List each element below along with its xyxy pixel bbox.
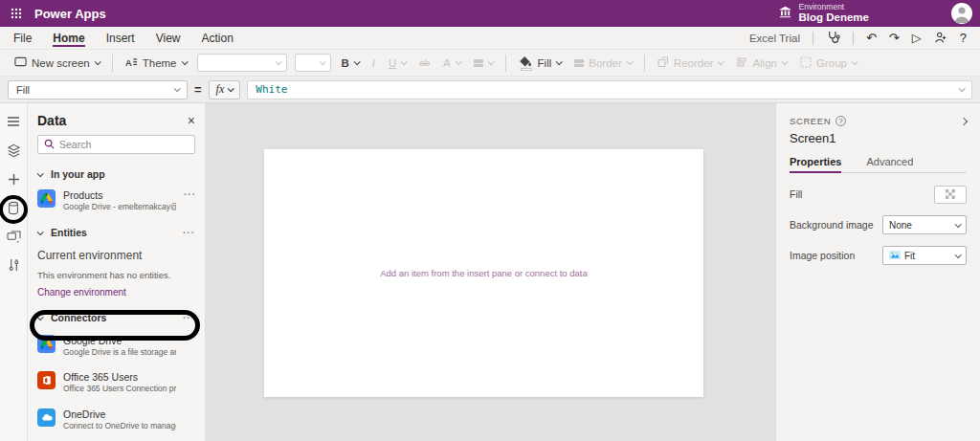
transparency-icon <box>946 189 955 199</box>
google-drive-icon <box>37 335 56 353</box>
search-input[interactable] <box>59 139 189 150</box>
reorder-button[interactable]: Reorder <box>651 50 730 76</box>
properties-panel: SCREEN ? Screen1 Properties Advanced Fil… <box>775 103 980 441</box>
left-rail <box>0 103 28 441</box>
screen-artboard[interactable]: Add an item from the insert pane or conn… <box>264 149 703 397</box>
more-icon[interactable]: ··· <box>183 313 195 323</box>
environment-label: Environment <box>799 3 870 11</box>
environment-icon <box>778 4 792 22</box>
selected-control-type: SCREEN <box>790 116 831 126</box>
expand-formula-icon[interactable] <box>959 85 966 92</box>
change-environment-link[interactable]: Change environment <box>37 287 195 298</box>
svg-text:A: A <box>125 58 132 67</box>
data-sources-icon[interactable] <box>5 199 22 216</box>
canvas-placeholder-text: Add an item from the insert pane or conn… <box>380 268 588 278</box>
align-button[interactable]: Align <box>729 50 793 76</box>
border-button[interactable]: Border <box>568 50 638 76</box>
text-align-button[interactable] <box>467 50 500 76</box>
waffle-icon[interactable] <box>0 0 33 27</box>
preview-icon[interactable]: ▷ <box>912 32 922 44</box>
app-checker-icon[interactable] <box>826 30 840 46</box>
formula-input[interactable]: White <box>247 80 972 99</box>
fill-button[interactable]: Fill <box>512 50 568 76</box>
more-icon[interactable]: ··· <box>184 189 196 212</box>
canvas-area[interactable]: Add an item from the insert pane or conn… <box>206 103 775 441</box>
divider <box>505 55 506 72</box>
font-size-select[interactable] <box>295 54 331 72</box>
connector-onedrive[interactable]: OneDrive Connect to OneDrive to manage y… <box>37 408 195 431</box>
chevron-down-icon <box>37 170 44 177</box>
property-select[interactable]: Fill <box>8 80 188 99</box>
environment-name: Blog Deneme <box>799 11 870 24</box>
data-panel-title: Data <box>37 113 66 128</box>
app-title: Power Apps <box>34 7 106 21</box>
chevron-down-icon <box>228 85 234 92</box>
chevron-down-icon <box>955 252 962 258</box>
share-icon[interactable] <box>934 31 947 46</box>
undo-icon[interactable]: ↶ <box>866 32 877 44</box>
theme-icon: A <box>125 56 138 69</box>
environment-switcher[interactable]: Environment Blog Deneme <box>778 3 870 24</box>
search-box[interactable] <box>37 135 195 154</box>
fx-button[interactable]: fx <box>209 80 241 99</box>
avatar[interactable] <box>951 3 972 24</box>
collapse-panel-icon[interactable] <box>961 115 967 126</box>
search-icon <box>44 139 55 151</box>
menu-file[interactable]: File <box>13 27 32 49</box>
font-family-select[interactable] <box>197 54 287 72</box>
group-button[interactable]: Group <box>793 50 863 76</box>
chevron-down-icon <box>955 221 962 228</box>
underline-button[interactable]: U <box>382 50 412 76</box>
tree-view-icon[interactable] <box>5 142 22 159</box>
divider <box>853 32 854 45</box>
property-row-image-position: Image position Fit <box>790 246 967 265</box>
menu-home[interactable]: Home <box>53 27 84 49</box>
menu-view[interactable]: View <box>156 27 181 49</box>
redo-icon[interactable]: ↷ <box>889 32 900 44</box>
section-in-your-app[interactable]: In your app <box>37 168 195 180</box>
help-icon[interactable]: ? <box>960 32 967 44</box>
new-screen-icon <box>14 56 27 69</box>
advanced-tools-icon[interactable] <box>5 256 22 274</box>
info-icon[interactable]: ? <box>835 116 846 126</box>
image-position-select[interactable]: Fit <box>882 246 967 265</box>
ribbon-toolbar: New screen A Theme B I U ab A Fill Borde… <box>0 50 980 77</box>
fill-color-swatch <box>521 68 532 71</box>
trial-badge: Excel Trial <box>749 33 800 44</box>
menu-insert[interactable]: Insert <box>106 27 135 49</box>
section-entities[interactable]: Entities ··· <box>37 227 195 238</box>
strikethrough-button[interactable]: ab <box>412 50 436 76</box>
close-icon[interactable]: × <box>188 114 195 127</box>
fill-color-picker[interactable] <box>934 186 967 204</box>
menu-action[interactable]: Action <box>202 27 234 49</box>
tab-properties[interactable]: Properties <box>790 156 841 172</box>
section-connectors[interactable]: Connectors ··· <box>37 312 195 323</box>
italic-button[interactable]: I <box>366 50 382 76</box>
group-icon <box>800 56 812 70</box>
selected-control-name: Screen1 <box>790 131 967 145</box>
equals-sign: = <box>194 82 202 97</box>
new-screen-button[interactable]: New screen <box>8 50 106 76</box>
chevron-down-icon <box>174 85 181 92</box>
office-365-icon <box>37 371 56 389</box>
data-source-products[interactable]: Products Google Drive - emeltemakcay@gma… <box>37 189 195 212</box>
bold-button[interactable]: B <box>335 50 366 76</box>
border-icon <box>574 59 584 67</box>
background-image-select[interactable]: None <box>882 215 967 234</box>
chevron-down-icon <box>37 229 44 235</box>
menu-icon[interactable] <box>5 113 22 130</box>
insert-icon[interactable] <box>5 170 22 187</box>
data-panel: Data × In your app Products Google Drive… <box>28 103 206 441</box>
google-drive-icon <box>37 189 56 208</box>
theme-button[interactable]: A Theme <box>119 50 193 76</box>
no-entities-message: This environment has no entities. <box>37 270 195 280</box>
connector-office-365-users[interactable]: Office 365 Users Office 365 Users Connec… <box>37 371 195 394</box>
more-icon[interactable]: ··· <box>183 228 195 238</box>
property-row-background-image: Background image None <box>790 215 967 234</box>
align-lines-icon <box>474 59 483 67</box>
tab-advanced[interactable]: Advanced <box>866 156 913 172</box>
font-color-button[interactable]: A <box>436 50 467 76</box>
property-row-fill: Fill <box>790 185 967 204</box>
media-icon[interactable] <box>5 228 22 245</box>
connector-google-drive[interactable]: Google Drive Google Drive is a file stor… <box>37 335 195 358</box>
